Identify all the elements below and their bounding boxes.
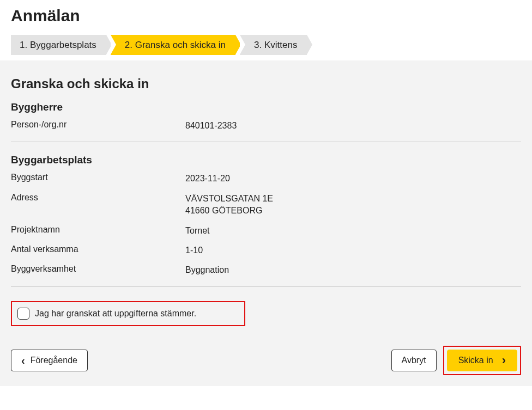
content-panel: Granska och skicka in Byggherre Person-/… xyxy=(0,60,532,386)
row-verksamhet: Byggverksamhet Byggnation xyxy=(11,264,521,276)
submit-button[interactable]: Skicka in xyxy=(447,350,517,371)
prev-button[interactable]: Föregående xyxy=(11,350,88,371)
value-persorg: 840101-2383 xyxy=(185,120,237,132)
value-adress: VÄVSTOLSGATAN 1E 41660 GÖTEBORG xyxy=(185,193,273,217)
prev-button-label: Föregående xyxy=(31,356,77,365)
confirm-checkbox[interactable] xyxy=(17,308,29,320)
label-adress: Adress xyxy=(11,193,185,217)
row-antal: Antal verksamma 1-10 xyxy=(11,244,521,256)
page-title: Anmälan xyxy=(0,0,532,35)
label-persorg: Person-/org.nr xyxy=(11,120,185,132)
value-antal: 1-10 xyxy=(185,244,203,256)
value-projektnamn: Tornet xyxy=(185,225,209,237)
label-antal: Antal verksamma xyxy=(11,244,185,256)
right-button-group: Avbryt Skicka in xyxy=(391,346,521,375)
confirm-label: Jag har granskat att uppgifterna stämmer… xyxy=(35,309,196,319)
cancel-button[interactable]: Avbryt xyxy=(391,350,437,371)
submit-button-label: Skicka in xyxy=(458,356,493,365)
label-projektnamn: Projektnamn xyxy=(11,225,185,237)
divider-1 xyxy=(11,142,521,142)
step-3: 3. Kvittens xyxy=(240,35,307,55)
value-byggstart: 2023-11-20 xyxy=(185,173,230,185)
step-1[interactable]: 1. Byggarbetsplats xyxy=(11,35,106,55)
step-2[interactable]: 2. Granska och skicka in xyxy=(111,35,235,55)
label-verksamhet: Byggverksamhet xyxy=(11,264,185,276)
stepper: 1. Byggarbetsplats 2. Granska och skicka… xyxy=(0,35,532,60)
confirm-box[interactable]: Jag har granskat att uppgifterna stämmer… xyxy=(11,301,245,326)
divider-2 xyxy=(11,286,521,287)
submit-highlight-box: Skicka in xyxy=(443,346,521,375)
button-row: Föregående Avbryt Skicka in xyxy=(11,346,521,375)
section-byggherre-title: Byggherre xyxy=(11,101,521,113)
content-heading: Granska och skicka in xyxy=(11,76,521,91)
value-verksamhet: Byggnation xyxy=(185,264,229,276)
row-projektnamn: Projektnamn Tornet xyxy=(11,225,521,237)
section-byggarbetsplats-title: Byggarbetsplats xyxy=(11,154,521,166)
row-persorg: Person-/org.nr 840101-2383 xyxy=(11,120,521,132)
row-adress: Adress VÄVSTOLSGATAN 1E 41660 GÖTEBORG xyxy=(11,193,521,217)
row-byggstart: Byggstart 2023-11-20 xyxy=(11,173,521,185)
label-byggstart: Byggstart xyxy=(11,173,185,185)
